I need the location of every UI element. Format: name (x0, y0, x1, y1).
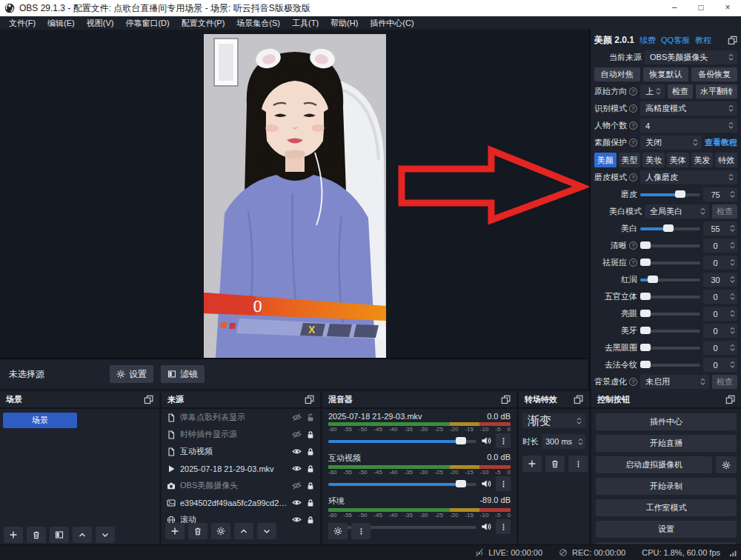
volume-slider[interactable] (328, 477, 476, 491)
makeup-protect-select[interactable]: 关闭 (640, 136, 702, 150)
channel-menu-button[interactable] (496, 476, 511, 491)
lock-icon[interactable] (306, 464, 315, 473)
darkcircle-slider[interactable] (640, 341, 700, 355)
filters-button[interactable]: 滤镜 (161, 365, 205, 383)
menu-help[interactable]: 帮助(H) (325, 16, 364, 30)
transition-menu-button[interactable] (568, 456, 588, 472)
menu-tools[interactable]: 工具(T) (286, 16, 325, 30)
help-icon[interactable]: ? (629, 87, 637, 96)
tutorial-link[interactable]: 教程 (695, 35, 711, 46)
view-tutorial-link[interactable]: 查看教程 (705, 137, 737, 148)
scene-up-button[interactable] (73, 527, 92, 543)
renew-link[interactable]: 续费 (639, 35, 656, 46)
menu-edit[interactable]: 编辑(E) (41, 16, 81, 30)
orientation-check-button[interactable]: 检查 (668, 84, 693, 99)
advanced-audio-button[interactable] (328, 523, 348, 539)
orientation-select[interactable]: 上 (640, 84, 665, 99)
backup-restore-button[interactable]: 备份恢复 (691, 67, 737, 81)
smooth-mode-select[interactable]: 人像磨皮 (640, 170, 737, 184)
clarity-slider[interactable] (640, 239, 700, 253)
eye-off-icon[interactable] (292, 413, 302, 422)
brighteyes-spinbox[interactable]: 0 (703, 307, 737, 321)
nasolabial-spinbox[interactable]: 0 (703, 358, 737, 372)
eye-off-icon[interactable] (292, 430, 302, 439)
source-row[interactable]: 互动视频 (162, 443, 320, 460)
channel-menu-button[interactable] (496, 519, 511, 534)
eye-off-icon[interactable] (292, 481, 302, 490)
source-row[interactable]: 弹幕点歌列表显示 (162, 409, 320, 426)
studio-mode-button[interactable]: 工作室模式 (596, 499, 737, 516)
clarity-spinbox[interactable]: 0 (703, 239, 737, 253)
source-row[interactable]: 时钟插件显示源 (162, 426, 320, 443)
face3d-spinbox[interactable]: 0 (703, 290, 737, 304)
face3d-slider[interactable] (640, 290, 700, 304)
menu-view[interactable]: 视图(V) (81, 16, 120, 30)
whiten-check-button[interactable]: 检查 (712, 204, 737, 219)
teeth-spinbox[interactable]: 0 (703, 324, 737, 338)
source-up-button[interactable] (234, 523, 253, 539)
current-source-select[interactable]: OBS美颜摄像头 (645, 50, 737, 64)
source-row[interactable]: 2025-07-18 21-29-03.mkv (162, 460, 320, 477)
menu-file[interactable]: 文件(F) (3, 16, 41, 30)
autofocus-button[interactable]: 自动对焦 (594, 67, 640, 81)
menu-plugin-center[interactable]: 插件中心(C) (364, 16, 419, 30)
tab-body[interactable]: 美体 (667, 153, 689, 167)
remove-source-button[interactable] (188, 523, 207, 539)
help-icon[interactable]: ? (629, 173, 637, 181)
help-icon[interactable]: ? (629, 121, 637, 130)
popout-icon[interactable] (144, 395, 153, 404)
virtual-camera-settings-button[interactable] (716, 456, 737, 473)
volume-slider[interactable] (328, 434, 476, 448)
lock-icon[interactable] (306, 447, 315, 456)
remove-transition-button[interactable] (545, 456, 565, 472)
remove-scene-button[interactable] (27, 527, 46, 543)
source-properties-button[interactable] (211, 523, 230, 539)
source-down-button[interactable] (257, 523, 276, 539)
menu-scene-collection[interactable]: 场景集合(S) (230, 16, 286, 30)
smooth-slider[interactable] (640, 187, 700, 201)
rosy-slider[interactable] (640, 273, 700, 287)
menu-docks[interactable]: 停靠窗口(D) (119, 16, 175, 30)
popout-icon[interactable] (305, 395, 314, 404)
qq-support-link[interactable]: QQ客服 (661, 35, 690, 46)
minimize-button[interactable]: – (661, 0, 688, 16)
popout-icon[interactable] (574, 395, 583, 404)
whiten-slider[interactable] (640, 221, 700, 236)
horizontal-flip-button[interactable]: 水平翻转 (696, 84, 737, 99)
start-streaming-button[interactable]: 开始直播 (596, 435, 737, 452)
help-icon[interactable]: ? (629, 259, 637, 267)
help-icon[interactable]: ? (629, 241, 637, 250)
tab-hair[interactable]: 美发 (691, 153, 714, 167)
transition-select[interactable]: 渐变 (522, 413, 585, 428)
eye-icon[interactable] (292, 464, 302, 473)
tab-beauty[interactable]: 美颜 (594, 153, 617, 167)
eye-icon[interactable] (292, 447, 302, 456)
lock-open-icon[interactable] (306, 413, 315, 422)
brighteyes-slider[interactable] (640, 307, 700, 321)
start-virtual-camera-button[interactable]: 启动虚拟摄像机 (596, 456, 712, 473)
whiten-mode-select[interactable]: 全局美白 (645, 204, 709, 219)
help-icon[interactable]: ? (629, 104, 637, 113)
recognition-select[interactable]: 高精度模式 (640, 101, 737, 116)
blemish-slider[interactable] (640, 256, 700, 270)
add-scene-button[interactable] (4, 527, 23, 543)
tab-reshape[interactable]: 美型 (619, 153, 641, 167)
mixer-menu-button[interactable] (351, 523, 370, 539)
add-transition-button[interactable] (522, 456, 542, 472)
source-row[interactable]: e394502df49aa5fc2a99cd2e7c (162, 494, 320, 511)
tab-effects[interactable]: 特效 (715, 153, 737, 167)
smooth-spinbox[interactable]: 75 (703, 187, 737, 201)
rosy-spinbox[interactable]: 30 (703, 273, 737, 287)
add-source-button[interactable] (165, 523, 185, 539)
tab-makeup[interactable]: 美妆 (642, 153, 665, 167)
start-recording-button[interactable]: 开始录制 (596, 478, 737, 495)
maximize-button[interactable]: □ (688, 0, 714, 16)
lock-icon[interactable] (306, 430, 315, 439)
scene-down-button[interactable] (96, 527, 115, 543)
scene-filters-button[interactable] (50, 527, 69, 543)
teeth-slider[interactable] (640, 324, 700, 338)
help-icon[interactable]: ? (629, 378, 637, 386)
lock-icon[interactable] (306, 499, 315, 507)
preview-video[interactable]: 0 X (204, 34, 386, 358)
restore-default-button[interactable]: 恢复默认 (643, 67, 689, 81)
